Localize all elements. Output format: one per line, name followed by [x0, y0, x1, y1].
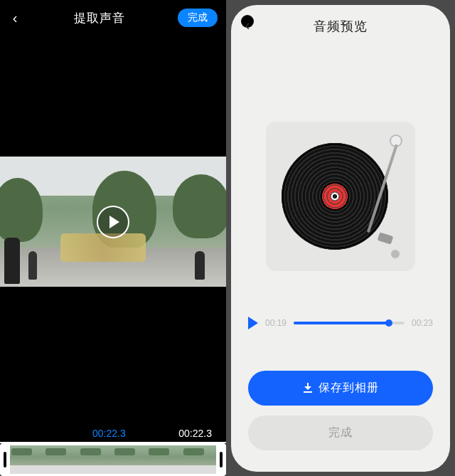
action-buttons: 保存到相册 完成 — [248, 371, 433, 450]
audio-progress: 00:19 00:23 — [248, 317, 433, 329]
timeline-strip[interactable] — [0, 442, 226, 476]
done-button[interactable]: 完成 — [248, 416, 433, 450]
trim-handle-right[interactable] — [216, 443, 226, 476]
back-button[interactable]: ‹ — [241, 19, 254, 32]
elapsed-time: 00:19 — [265, 318, 287, 328]
vinyl-disc-icon — [282, 143, 388, 250]
back-button[interactable]: ‹ — [9, 11, 21, 24]
record-player-image — [266, 122, 415, 271]
save-label: 保存到相册 — [318, 381, 379, 396]
progress-slider[interactable] — [294, 322, 405, 324]
total-time: 00:23 — [412, 318, 433, 328]
download-icon — [303, 383, 313, 393]
trim-handle-left[interactable] — [0, 443, 10, 476]
progress-handle[interactable] — [385, 319, 392, 327]
save-to-album-button[interactable]: 保存到相册 — [248, 371, 433, 406]
audio-preview-screen: ‹ 音频预览 00:19 00:23 保存到相册 — [231, 5, 450, 472]
tonearm-icon — [390, 134, 402, 147]
time-display: 00:22.3 00:22.3 — [0, 428, 226, 439]
right-header: ‹ 音频预览 — [231, 9, 450, 43]
play-icon[interactable] — [248, 317, 258, 329]
video-preview[interactable] — [0, 157, 226, 287]
chevron-left-icon: ‹ — [245, 17, 250, 33]
total-time: 00:22.3 — [178, 428, 212, 439]
timeline-thumbnails[interactable] — [10, 443, 216, 476]
right-phone-frame: ‹ 音频预览 00:19 00:23 保存到相册 — [226, 0, 455, 476]
extract-audio-screen: ‹ 提取声音 完成 00:22.3 00:22.3 — [0, 0, 226, 476]
play-icon[interactable] — [97, 206, 129, 238]
page-title: 提取声音 — [74, 10, 125, 26]
done-button[interactable]: 完成 — [178, 9, 218, 27]
left-header: ‹ 提取声音 完成 — [0, 0, 226, 36]
page-title: 音频预览 — [314, 18, 368, 35]
current-time: 00:22.3 — [92, 428, 126, 439]
chevron-left-icon: ‹ — [13, 10, 18, 26]
